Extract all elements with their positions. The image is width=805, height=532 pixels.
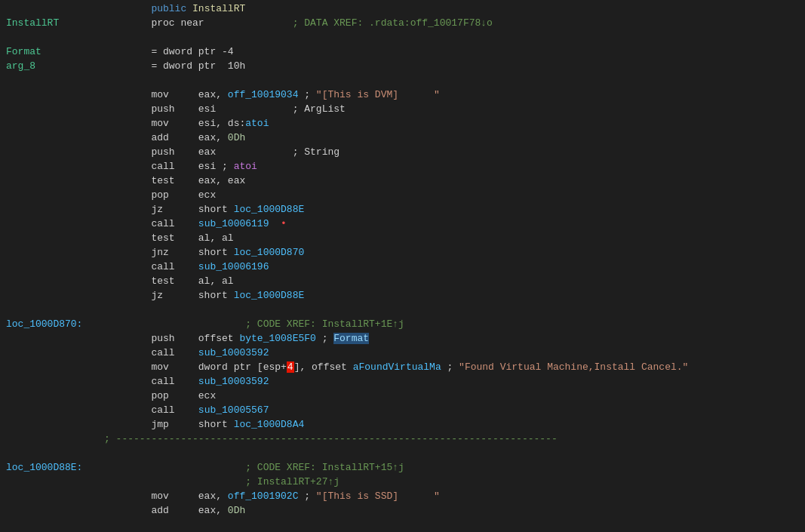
code-line: test al, al [0,275,805,290]
code-line: loc_1000D88E: ; CODE XREF: InstallRT+15↑… [0,462,805,476]
line-code: call sub_10003592 [104,347,799,358]
code-line: mov eax, off_10019034 ; "[This is DVM] " [0,89,805,103]
code-line: call esi ; atoi [0,161,805,175]
code-line: push eax ; String [0,146,805,161]
code-segment: loc_1000D8A4 [234,419,305,430]
code-segment: public [104,3,192,14]
code-segment: "[This is SSD] " [316,490,440,502]
line-label: arg_8 [6,60,104,72]
code-line: push offset byte_1008E5F0 ; Format [0,333,805,347]
code-segment: mov eax, [104,89,228,100]
code-line: call sub_10003592 [0,376,805,390]
code-segment: atoi [245,118,269,129]
line-code: test eax, eax [104,175,799,186]
code-segment: off_1001902C [228,490,299,502]
code-segment: call [104,261,198,272]
line-code: call esi ; atoi [104,161,799,172]
code-line: call sub_10006119 • [0,218,805,232]
line-code: ; CODE XREF: InstallRT+15↑j [104,462,799,473]
code-line: Format = dword ptr -4 [0,46,805,60]
code-line: mov esi, ds:atoi [0,118,805,132]
code-line: call sub_10005567 [0,404,805,419]
code-segment: loc_1000D88E [234,204,305,215]
line-code: mov eax, off_1001902C ; "[This is SSD] " [104,490,799,502]
line-code: jnz short loc_1000D870 [104,247,799,258]
code-line: push esi ; ArgList [0,103,805,118]
code-line: call sub_10003592 [0,347,805,361]
code-segment: Format [333,333,369,344]
code-segment: sub_10003592 [198,347,269,358]
code-line: add eax, 0Dh [0,505,805,519]
code-segment: test al, al [104,275,234,287]
code-segment: jnz short [104,247,234,258]
code-segment: sub_10006119 [198,218,269,229]
code-segment: = dword ptr 10h [104,60,245,72]
line-code: mov dword ptr [esp+4], offset aFoundVirt… [104,361,799,373]
code-segment: call [104,376,198,387]
code-line: loc_1000D870: ; CODE XREF: InstallRT+1E↑… [0,318,805,333]
line-code: call sub_10006196 [104,261,799,272]
code-segment: pop ecx [104,189,216,201]
line-code: push offset byte_1008E5F0 ; Format [104,333,799,344]
code-segment: InstallRT [192,3,245,14]
code-segment: 0Dh [228,505,245,516]
code-line: ; InstallRT+27↑j [0,476,805,490]
code-segment: 4 [287,361,294,373]
code-line: test al, al [0,232,805,247]
code-segment: = dword ptr -4 [104,46,234,57]
code-line: arg_8 = dword ptr 10h [0,60,805,75]
line-code: pop ecx [104,390,799,401]
code-segment: push esi ; ArgList [104,103,346,115]
code-line: jmp short loc_1000D8A4 [0,419,805,433]
line-code: ; InstallRT+27↑j [104,476,799,487]
code-line [0,32,805,46]
code-line: pop ecx [0,390,805,404]
code-segment: ; InstallRT+27↑j [104,476,340,487]
code-segment: atoi [234,161,257,172]
line-code: = dword ptr -4 [104,46,799,57]
code-segment: jmp short [104,419,234,430]
code-segment: test eax, eax [104,175,245,186]
line-code: jmp short loc_1000D8A4 [104,419,799,430]
code-segment: mov esi, ds: [104,118,245,129]
code-segment: 0Dh [228,132,245,143]
line-label: InstallRT [6,17,104,29]
line-code: call sub_10003592 [104,376,799,387]
code-segment: jz short [104,204,234,215]
code-segment: call esi ; [104,161,234,172]
code-segment: mov eax, [104,490,228,502]
line-code: call sub_10005567 [104,404,799,416]
line-code: call sub_10006119 • [104,218,799,229]
code-segment: ; [298,490,315,502]
code-segment: byte_1008E5F0 [239,333,315,344]
line-code: test al, al [104,275,799,287]
line-code: proc near ; DATA XREF: .rdata:off_10017F… [104,17,799,29]
code-segment: "Found Virtual Machine,Install Cancel." [459,361,688,373]
code-line: public InstallRT [0,3,805,17]
code-line: test eax, eax [0,175,805,189]
code-segment: loc_1000D870 [234,247,305,258]
code-segment: call [104,404,198,416]
code-segment: loc_1000D88E [234,290,305,301]
code-segment: sub_10005567 [198,404,269,416]
code-line: add eax, 0Dh [0,132,805,146]
code-line: jz short loc_1000D88E [0,290,805,304]
code-line [0,304,805,318]
code-segment: call [104,218,198,229]
code-segment: ; [441,361,459,373]
line-code: mov eax, off_10019034 ; "[This is DVM] " [104,89,799,100]
code-segment: ; --------------------------------------… [104,433,558,444]
code-line: call sub_10006196 [0,261,805,275]
line-code: pop ecx [104,189,799,201]
code-segment: ; DATA XREF: .rdata:off_10017F78↓o [293,17,493,29]
line-code: add eax, 0Dh [104,505,799,516]
line-code: ; --------------------------------------… [104,433,799,444]
code-segment: mov dword ptr [esp+ [104,361,287,373]
code-line: jnz short loc_1000D870 [0,247,805,261]
code-line [0,75,805,89]
code-segment: call [104,347,198,358]
code-segment: add eax, [104,132,228,143]
line-code: ; CODE XREF: InstallRT+1E↑j [104,318,799,330]
line-code: mov esi, ds:atoi [104,118,799,129]
code-segment: proc near [104,17,293,29]
